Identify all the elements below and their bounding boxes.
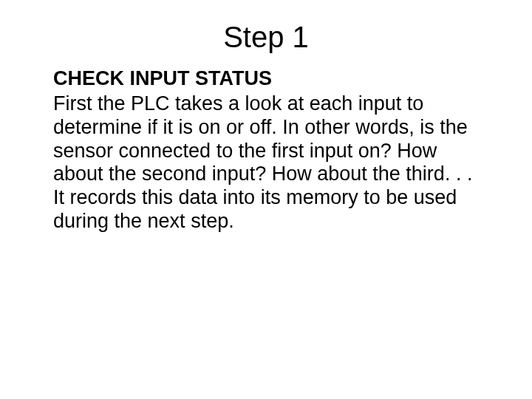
content-block: CHECK INPUT STATUS First the PLC takes a… — [53, 67, 488, 233]
slide: Step 1 CHECK INPUT STATUS First the PLC … — [0, 0, 532, 399]
section-heading: CHECK INPUT STATUS — [53, 67, 488, 91]
body-text: First the PLC takes a look at each input… — [53, 92, 488, 233]
page-title: Step 1 — [44, 21, 488, 54]
